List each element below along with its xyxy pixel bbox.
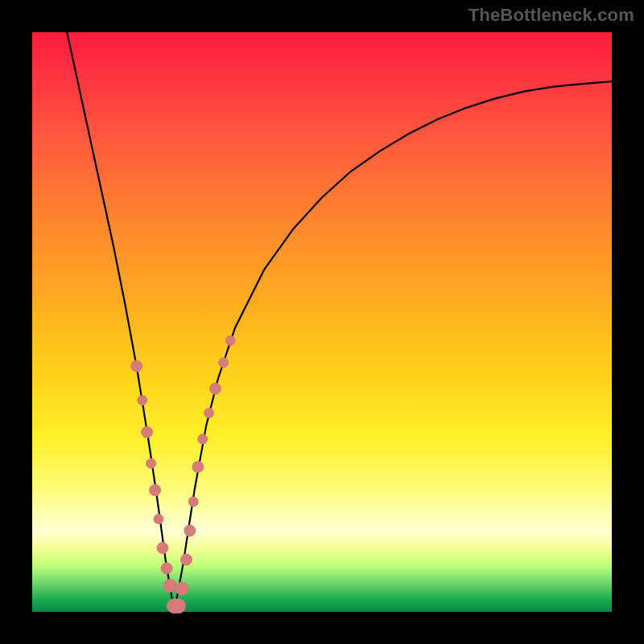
data-beads [131, 336, 236, 613]
data-bead [150, 485, 161, 496]
data-bead [198, 434, 208, 444]
data-bead [188, 497, 198, 506]
bottleneck-curve [67, 32, 612, 612]
plot-area [32, 32, 612, 612]
data-bead [161, 563, 172, 574]
data-bead [138, 395, 147, 405]
watermark-text: TheBottleneck.com [469, 5, 634, 26]
chart-frame: TheBottleneck.com [0, 0, 644, 644]
data-bead [157, 543, 168, 554]
data-bead [192, 461, 204, 473]
curve-layer [32, 32, 612, 612]
data-bead [131, 361, 142, 372]
data-bead [154, 514, 163, 524]
data-bead [210, 383, 221, 394]
data-bead [204, 408, 214, 418]
data-bead [163, 580, 176, 592]
data-bead [219, 357, 229, 367]
data-bead [175, 582, 188, 595]
data-bead [171, 599, 185, 613]
data-bead [225, 336, 235, 345]
data-bead [184, 525, 196, 536]
data-bead [142, 427, 153, 438]
data-bead [181, 554, 192, 565]
data-bead [147, 459, 156, 469]
